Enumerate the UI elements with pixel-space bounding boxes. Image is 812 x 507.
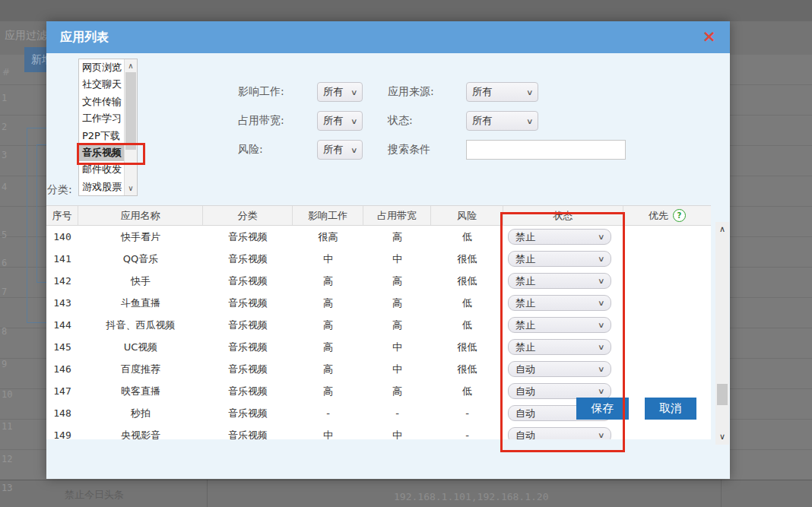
cell-impact: 高: [293, 274, 363, 288]
chevron-down-icon: ∨: [350, 88, 358, 97]
cell-category: 音乐视频: [203, 407, 293, 420]
cell-risk: 低: [431, 296, 503, 310]
cell-name: 斗鱼直播: [78, 296, 203, 310]
listbox-scroll-thumb[interactable]: [125, 72, 136, 150]
chevron-down-icon: ∨: [598, 255, 605, 263]
cell-bandwidth: 高: [363, 318, 431, 332]
filter-group: 风险:所有∨: [238, 140, 363, 160]
cell-status: 禁止∨: [503, 295, 623, 311]
scroll-up-icon[interactable]: ∧: [125, 61, 137, 71]
bg-row-divider: [0, 480, 812, 480]
status-select[interactable]: 自动∨: [508, 383, 611, 399]
select-value: 所有: [472, 85, 492, 99]
table-row: 141QQ音乐音乐视频中中很低禁止∨: [46, 248, 711, 270]
help-icon[interactable]: ?: [673, 209, 686, 222]
cell-no: 142: [46, 275, 78, 287]
cancel-button[interactable]: 取消: [645, 398, 696, 420]
cell-category: 音乐视频: [203, 252, 293, 266]
dialog-title: 应用列表: [60, 21, 109, 53]
close-icon[interactable]: ×: [703, 21, 716, 52]
cell-risk: 低: [431, 385, 503, 398]
cell-no: 149: [46, 429, 78, 439]
bg-row-number: 1: [2, 93, 7, 103]
status-select[interactable]: 禁止∨: [508, 339, 611, 355]
cell-status: 自动∨: [503, 383, 623, 399]
save-button[interactable]: 保存: [576, 398, 629, 420]
cell-bandwidth: 高: [363, 230, 431, 244]
cell-category: 音乐视频: [203, 363, 293, 376]
chevron-down-icon: ∨: [598, 321, 605, 329]
column-header-label: 序号: [52, 209, 72, 223]
category-item[interactable]: 网页浏览: [79, 59, 124, 76]
bg-row-number: 13: [2, 483, 12, 493]
status-select[interactable]: 禁止∨: [508, 317, 611, 333]
column-header: 分类: [203, 206, 293, 225]
cell-name: 百度推荐: [78, 363, 203, 376]
status-select[interactable]: 自动∨: [508, 427, 611, 439]
cell-name: QQ音乐: [78, 252, 203, 266]
category-item[interactable]: 音乐视频: [79, 144, 124, 161]
filter-group: 应用来源:所有∨: [388, 82, 626, 102]
status-value: 自动: [515, 385, 535, 398]
table-scrollbar[interactable]: ∧ ∨: [715, 222, 729, 445]
search-input[interactable]: [466, 140, 626, 160]
cell-bandwidth: 高: [363, 274, 431, 288]
category-listbox[interactable]: 网页浏览社交聊天文件传输工作学习P2P下载音乐视频邮件收发游戏股票 ∧ ∨: [78, 59, 138, 196]
cell-risk: 很低: [431, 363, 503, 376]
cell-no: 146: [46, 363, 78, 375]
scroll-down-icon[interactable]: ∨: [715, 431, 729, 443]
status-select[interactable]: 禁止∨: [508, 251, 611, 267]
chevron-down-icon: ∨: [598, 365, 605, 373]
column-header: 风险: [431, 206, 503, 225]
listbox-scrollbar[interactable]: ∧ ∨: [124, 59, 137, 195]
category-item[interactable]: 社交聊天: [79, 76, 124, 93]
table-row: 145UC视频音乐视频高中很低禁止∨: [46, 336, 711, 358]
scroll-up-icon[interactable]: ∧: [715, 223, 729, 236]
cell-name: 映客直播: [78, 385, 203, 398]
cell-risk: 低: [431, 318, 503, 332]
scroll-down-icon[interactable]: ∨: [125, 183, 137, 194]
status-value: 禁止: [515, 230, 535, 244]
cell-impact: 很高: [293, 230, 363, 244]
filter-select[interactable]: 所有∨: [317, 82, 363, 102]
filter-select[interactable]: 所有∨: [466, 82, 538, 102]
table-row: 140快手看片音乐视频很高高低禁止∨: [46, 226, 711, 248]
cell-name: 快手: [78, 274, 203, 288]
cell-status: 禁止∨: [503, 273, 623, 289]
table-scroll-thumb[interactable]: [717, 384, 728, 405]
chevron-down-icon: ∨: [350, 146, 358, 154]
column-header-label: 风险: [457, 209, 477, 223]
chevron-down-icon: ∨: [598, 431, 605, 439]
cell-bandwidth: 中: [363, 429, 431, 440]
status-select[interactable]: 禁止∨: [508, 273, 611, 289]
cell-no: 140: [46, 231, 78, 242]
cell-bandwidth: 高: [363, 385, 431, 398]
status-value: 禁止: [515, 341, 535, 354]
status-select[interactable]: 禁止∨: [508, 229, 611, 245]
column-header-label: 占用带宽: [377, 209, 417, 223]
category-item[interactable]: 文件传输: [79, 93, 124, 110]
column-header-label: 应用名称: [121, 209, 160, 223]
cell-category: 音乐视频: [203, 296, 293, 310]
filter-select[interactable]: 所有∨: [317, 140, 363, 160]
column-header: 优先?: [623, 206, 711, 225]
chevron-down-icon: ∨: [350, 117, 358, 125]
cell-risk: 很低: [431, 341, 503, 354]
cell-name: 抖音、西瓜视频: [78, 318, 203, 332]
category-item[interactable]: P2P下载: [79, 128, 124, 144]
status-select[interactable]: 禁止∨: [508, 295, 611, 311]
cell-impact: 中: [293, 252, 363, 266]
filter-group: 状态:所有∨: [388, 111, 626, 131]
bg-top-bar: [0, 0, 812, 21]
cell-name: 快手看片: [78, 230, 203, 244]
status-select[interactable]: 自动∨: [508, 361, 611, 377]
column-header-label: 状态: [553, 209, 573, 223]
category-item[interactable]: 游戏股票: [79, 179, 124, 195]
filter-select[interactable]: 所有∨: [317, 111, 363, 131]
cell-risk: 很低: [431, 252, 503, 266]
bg-column-divider: [207, 480, 208, 507]
category-item[interactable]: 工作学习: [79, 110, 124, 127]
category-item[interactable]: 邮件收发: [79, 161, 124, 178]
bg-row-number: 12: [2, 454, 12, 464]
filter-select[interactable]: 所有∨: [466, 111, 538, 131]
